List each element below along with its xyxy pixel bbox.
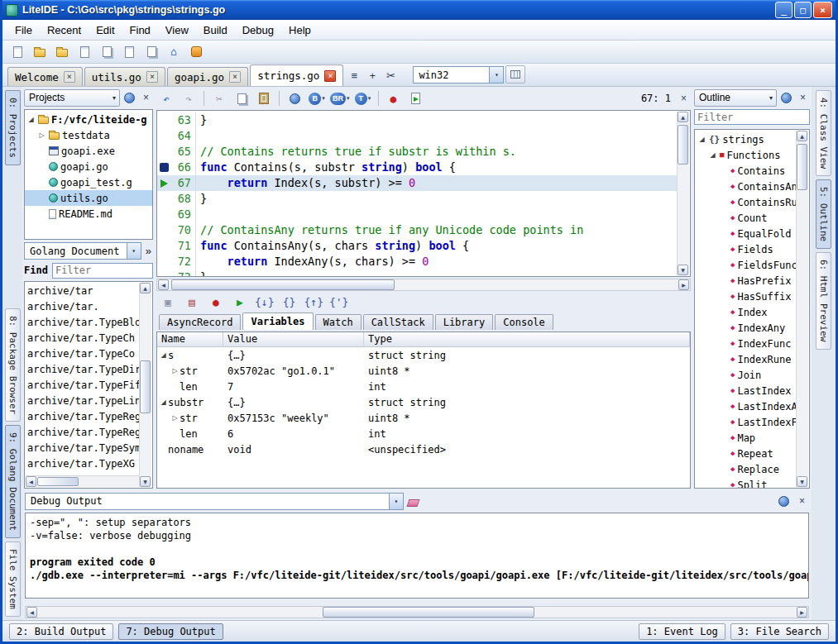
expander-icon[interactable]: ◢	[26, 116, 36, 123]
tab-console[interactable]: Console	[495, 314, 553, 330]
editor-line-72[interactable]: 72 return IndexAny(s, chars) >= 0	[157, 254, 677, 270]
menu-build[interactable]: Build	[196, 21, 235, 39]
step-over-button[interactable]: {}	[279, 292, 299, 312]
close-tab-icon[interactable]: ×	[64, 71, 75, 83]
scroll-thumb[interactable]	[678, 125, 688, 165]
editor-line-66[interactable]: 66func Contains(s, substr string) bool {	[157, 160, 677, 175]
column-header-name[interactable]: Name	[157, 332, 223, 346]
menu-recent[interactable]: Recent	[40, 21, 89, 39]
menu-edit[interactable]: Edit	[89, 21, 122, 39]
file-tab-utils-go[interactable]: utils.go×	[84, 67, 165, 86]
variable-row-len[interactable]: len7int	[157, 379, 690, 394]
variable-row-str[interactable]: ▷str0x5702ac "go1.0.1"uint8 *	[157, 363, 690, 379]
step-out-button[interactable]: {↑}	[303, 292, 323, 312]
outline-item-map[interactable]: ◆Map	[696, 430, 797, 446]
column-header-type[interactable]: Type	[364, 332, 690, 346]
editor-line-63[interactable]: 63}	[157, 112, 677, 128]
file-tab-welcome[interactable]: Welcome×	[7, 67, 83, 86]
close-tab-icon[interactable]: ×	[146, 71, 158, 83]
doc-combo[interactable]: Golang Document ▾	[24, 242, 141, 260]
outline-item-indexfunc[interactable]: ◆IndexFunc	[696, 336, 797, 351]
editor-line-71[interactable]: 71func ContainsAny(s, chars string) bool…	[157, 238, 677, 254]
dock-tab-0-projects[interactable]: 0: Projects	[5, 90, 21, 165]
outline-combo[interactable]: Outline ▾	[694, 89, 777, 107]
expander-icon[interactable]: ▷	[37, 131, 46, 139]
export-button[interactable]	[141, 42, 161, 62]
outline-item-lastindex[interactable]: ◆LastIndex	[696, 383, 797, 398]
outline-item-fieldsfunc[interactable]: ◆FieldsFunc	[696, 257, 797, 273]
close-tabs-button[interactable]: ✂	[381, 66, 400, 84]
scroll-up-icon[interactable]: ▲	[797, 131, 807, 141]
variable-row-len[interactable]: len6int	[157, 426, 690, 441]
save-file-button[interactable]	[74, 42, 94, 62]
expander-icon[interactable]: ▷	[170, 367, 180, 374]
editor-line-65[interactable]: 65// Contains returns true if substr is …	[157, 144, 677, 160]
editor-line-64[interactable]: 64	[157, 128, 677, 144]
stop-debug-button[interactable]: ▣	[158, 292, 178, 312]
scroll-left-icon[interactable]: ◀	[158, 279, 169, 290]
build-config-button[interactable]	[285, 88, 304, 108]
doc-item-archive-tar-typelin[interactable]: archive/tar.TypeLin	[27, 394, 139, 409]
tree-item-utils-go[interactable]: utils.go	[25, 190, 152, 206]
build-combo[interactable]: B▾	[307, 88, 327, 108]
outline-item-index[interactable]: ◆Index	[696, 304, 797, 320]
editor-vscrollbar[interactable]: ▲ ▼	[677, 112, 689, 275]
editor-hscrollbar[interactable]: ◀ ▶	[156, 279, 691, 291]
column-header-value[interactable]: Value	[223, 332, 364, 346]
expander-icon[interactable]: ◢	[159, 351, 168, 359]
continue-button[interactable]: ▶	[230, 292, 250, 312]
editor-line-68[interactable]: 68}	[157, 191, 677, 207]
save-all-button[interactable]	[97, 42, 117, 62]
open-project-button[interactable]	[52, 42, 72, 62]
tree-item-goapi-test-g[interactable]: goapi_test.g	[25, 174, 152, 190]
outline-item-functions[interactable]: ◢■Functions	[696, 147, 797, 163]
tab-library[interactable]: Library	[435, 314, 494, 330]
close-icon[interactable]: ×	[139, 91, 153, 105]
minimize-button[interactable]: _	[775, 2, 793, 18]
outline-item-containsany[interactable]: ◆ContainsAny	[696, 179, 797, 194]
close-button[interactable]: ×	[813, 2, 832, 18]
tree-item-goapi-go[interactable]: goapi.go	[25, 159, 152, 174]
outline-item-indexrune[interactable]: ◆IndexRune	[696, 351, 797, 367]
reload-file-button[interactable]	[119, 42, 139, 62]
tree-item-readme-md[interactable]: README.md	[25, 206, 152, 222]
variable-row-substr[interactable]: ◢substr{…}struct string	[157, 394, 690, 410]
output-combo[interactable]: Debug Output ▾	[25, 493, 404, 510]
outline-item-indexany[interactable]: ◆IndexAny	[696, 320, 797, 336]
close-icon[interactable]: ×	[796, 91, 810, 105]
scroll-thumb[interactable]	[171, 279, 395, 290]
scroll-thumb[interactable]	[37, 477, 79, 486]
tab-variables[interactable]: Variables	[242, 312, 313, 330]
step-into-button[interactable]: {↓}	[254, 292, 275, 312]
doc-item-archive-tar-typereg[interactable]: archive/tar.TypeReg	[27, 425, 139, 441]
outline-item-repeat[interactable]: ◆Repeat	[696, 446, 797, 461]
tree-item-goapi-exe[interactable]: goapi.exe	[25, 143, 152, 159]
doc-item-archive-tar-typedir[interactable]: archive/tar.TypeDir	[27, 362, 139, 378]
variable-row-s[interactable]: ◢s{…}struct string	[157, 347, 690, 363]
start-debug-button[interactable]	[406, 88, 426, 108]
outline-item-split[interactable]: ◆Split	[696, 477, 797, 489]
doc-item-archive-tar[interactable]: archive/tar	[27, 284, 139, 299]
paste-button[interactable]	[254, 88, 274, 108]
clear-output-icon[interactable]	[407, 499, 420, 507]
close-tab-icon[interactable]: ×	[229, 71, 241, 83]
redo-button[interactable]: ↷	[179, 88, 199, 108]
open-file-button[interactable]	[30, 42, 50, 62]
expander-icon[interactable]: ▷	[170, 414, 180, 422]
run-to-line-button[interactable]: {'}	[328, 292, 349, 312]
output-hscrollbar[interactable]: ◀ ▶	[25, 606, 809, 618]
status-7-debug-output[interactable]: 7: Debug Output	[118, 623, 223, 640]
tree-item-f-vfc-liteide-g[interactable]: ◢F:/vfc/liteide-g	[25, 112, 152, 127]
outline-filter-input[interactable]	[694, 109, 810, 125]
outline-item-contains[interactable]: ◆Contains	[696, 163, 797, 179]
outline-item-containsrune[interactable]: ◆ContainsRune	[696, 194, 797, 210]
test-combo[interactable]: T▾	[353, 88, 373, 108]
gear-icon[interactable]	[122, 91, 136, 105]
outline-item-count[interactable]: ◆Count	[696, 210, 797, 226]
scroll-right-icon[interactable]: ▶	[797, 607, 807, 618]
outline-item-replace[interactable]: ◆Replace	[696, 461, 797, 477]
outline-vscrollbar[interactable]: ▲ ▼	[796, 131, 808, 487]
outline-item-lastindexfunc[interactable]: ◆LastIndexFunc	[696, 414, 797, 430]
scroll-thumb[interactable]	[140, 360, 151, 413]
outline-item-hasprefix[interactable]: ◆HasPrefix	[696, 273, 797, 289]
